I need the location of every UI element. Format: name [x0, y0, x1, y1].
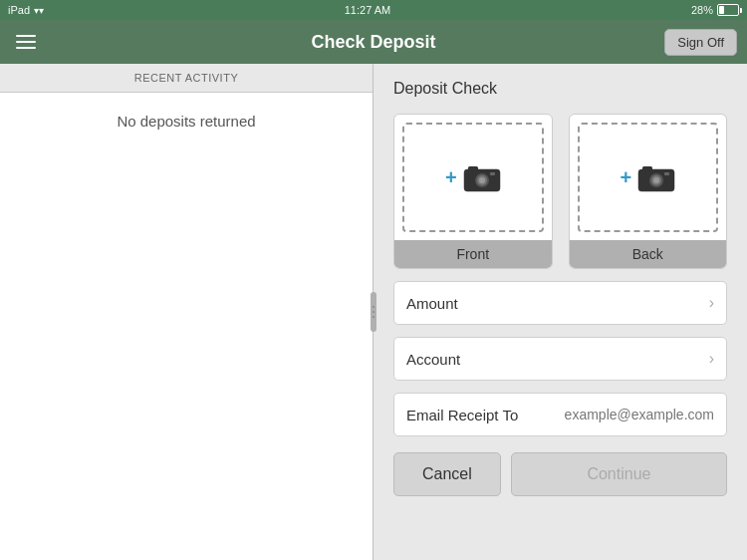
cancel-button[interactable]: Cancel [393, 452, 501, 496]
status-right: 28% [691, 4, 739, 16]
front-camera-button[interactable]: + [402, 123, 544, 232]
back-camera-button[interactable]: + [578, 123, 719, 232]
svg-point-4 [479, 177, 485, 183]
status-left: iPad ▾▾ [8, 4, 44, 16]
account-chevron-icon: › [709, 350, 714, 368]
no-deposits-message: No deposits returned [0, 93, 373, 560]
camera-icon-back [637, 162, 675, 192]
back-card-label: Back [570, 240, 727, 268]
svg-rect-1 [468, 166, 478, 171]
left-panel: RECENT ACTIVITY No deposits returned [0, 64, 374, 560]
drag-handle-area[interactable] [367, 64, 380, 560]
recent-activity-header: RECENT ACTIVITY [0, 64, 373, 93]
deposit-check-title: Deposit Check [393, 80, 727, 98]
front-card: + Front [393, 114, 553, 269]
amount-label: Amount [406, 295, 709, 312]
back-card: + Back [569, 114, 728, 269]
email-receipt-field: Email Receipt To [393, 393, 727, 436]
time-label: 11:27 AM [345, 4, 390, 16]
device-label: iPad [8, 4, 30, 16]
amount-chevron-icon: › [709, 294, 714, 312]
account-label: Account [406, 351, 709, 368]
plus-icon-back: + [620, 166, 631, 189]
back-camera-icon-group: + [620, 162, 675, 192]
front-camera-icon-group: + [445, 162, 501, 192]
svg-rect-7 [642, 166, 652, 171]
hamburger-button[interactable] [10, 29, 42, 55]
sign-off-button[interactable]: Sign Off [664, 29, 737, 56]
plus-icon: + [445, 166, 457, 189]
svg-point-10 [653, 177, 659, 183]
battery-percent: 28% [691, 4, 713, 16]
buttons-row: Cancel Continue [393, 452, 727, 496]
camera-cards: + Front [393, 114, 727, 269]
front-card-label: Front [394, 240, 552, 268]
continue-button[interactable]: Continue [511, 452, 727, 496]
svg-rect-11 [664, 172, 669, 175]
email-label: Email Receipt To [406, 407, 518, 423]
status-bar: iPad ▾▾ 11:27 AM 28% [0, 0, 747, 20]
drag-handle [371, 292, 376, 332]
page-title: Check Deposit [311, 32, 435, 53]
wifi-icon: ▾▾ [34, 5, 44, 16]
right-panel: Deposit Check + [374, 64, 747, 560]
main-layout: RECENT ACTIVITY No deposits returned Dep… [0, 64, 747, 560]
amount-field[interactable]: Amount › [393, 281, 727, 325]
nav-bar: Check Deposit Sign Off [0, 20, 747, 64]
svg-rect-5 [490, 172, 495, 175]
email-input[interactable] [526, 407, 714, 422]
camera-icon [463, 162, 501, 192]
account-field[interactable]: Account › [393, 337, 727, 381]
battery-icon [717, 4, 739, 16]
